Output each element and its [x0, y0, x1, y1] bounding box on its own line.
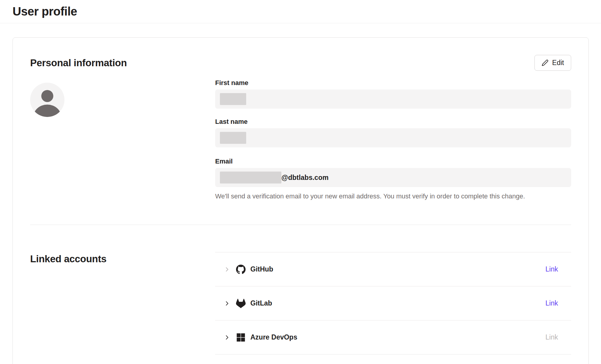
personal-info-body: First name Last name Email @dbtlabs.com …: [30, 79, 571, 201]
personal-info-title: Personal information: [30, 57, 127, 69]
personal-info-header: Personal information Edit: [30, 55, 571, 71]
linked-account-row-azure-devops: Azure DevOps Link: [215, 320, 571, 354]
chevron-right-icon[interactable]: [224, 300, 231, 307]
first-name-label: First name: [215, 79, 571, 87]
azure-devops-link-action: Link: [545, 333, 558, 341]
linked-accounts-heading-column: Linked accounts: [30, 225, 215, 354]
profile-card: Personal information Edit First name: [13, 37, 589, 364]
microsoft-squares-icon: [236, 333, 246, 342]
last-name-label: Last name: [215, 118, 571, 126]
email-domain-text: @dbtlabs.com: [281, 174, 329, 182]
linked-accounts-section: Linked accounts GitHub Link: [30, 225, 571, 354]
linked-account-row-github: GitHub Link: [215, 252, 571, 286]
gitlab-link-action[interactable]: Link: [545, 299, 558, 307]
redacted-last-name-value: [220, 132, 246, 144]
pencil-icon: [542, 59, 548, 66]
gitlab-icon: [236, 299, 246, 308]
chevron-right-icon[interactable]: [224, 334, 231, 341]
account-name: Azure DevOps: [250, 333, 297, 341]
chevron-right-icon[interactable]: [224, 266, 231, 273]
email-field[interactable]: @dbtlabs.com: [215, 168, 571, 187]
email-label: Email: [215, 157, 571, 166]
person-silhouette-icon: [30, 83, 64, 117]
account-name: GitHub: [250, 265, 273, 273]
github-icon: [236, 265, 246, 274]
page-header: User profile: [0, 0, 601, 23]
email-help-text: We'll send a verification email to your …: [215, 192, 571, 201]
account-name: GitLab: [250, 299, 272, 307]
edit-button-label: Edit: [552, 59, 564, 67]
fields-column: First name Last name Email @dbtlabs.com …: [215, 79, 571, 201]
linked-accounts-list: GitHub Link GitLab Link: [215, 252, 571, 354]
page-title: User profile: [13, 5, 77, 18]
last-name-field[interactable]: [215, 128, 571, 147]
linked-accounts-title: Linked accounts: [30, 225, 215, 265]
first-name-field[interactable]: [215, 90, 571, 109]
avatar-column: [30, 79, 215, 201]
linked-account-row-gitlab: GitLab Link: [215, 286, 571, 320]
avatar: [30, 83, 64, 117]
github-link-action[interactable]: Link: [545, 265, 558, 273]
edit-button[interactable]: Edit: [534, 55, 571, 71]
redacted-first-name-value: [220, 93, 246, 105]
redacted-email-local-part: [220, 172, 281, 183]
